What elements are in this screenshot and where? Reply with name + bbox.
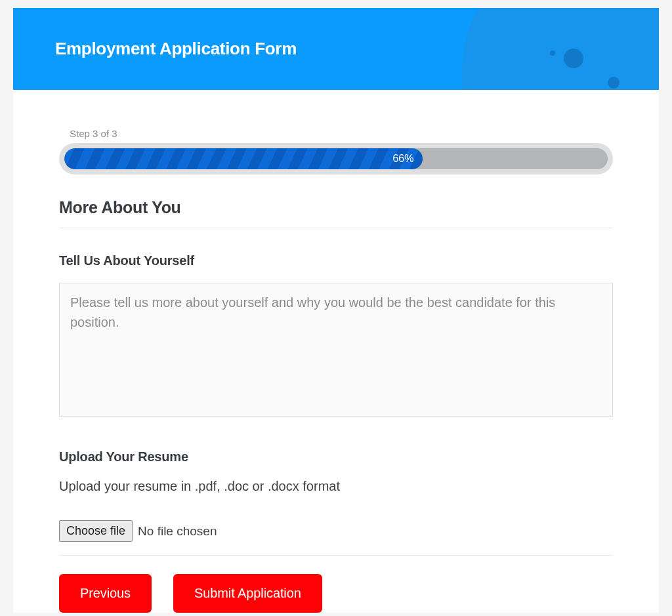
progress-fill: 66% <box>64 148 423 169</box>
page-title: Employment Application Form <box>55 39 297 59</box>
progress-percent-label: 66% <box>392 153 413 165</box>
resume-label: Upload Your Resume <box>59 449 613 464</box>
file-chosen-status: No file chosen <box>138 524 217 539</box>
file-upload-row: Choose file No file chosen <box>59 520 613 556</box>
previous-button[interactable]: Previous <box>59 574 152 613</box>
progress-bar: 66% <box>59 143 613 175</box>
progress-track: 66% <box>64 148 608 169</box>
section-title: More About You <box>59 198 613 228</box>
decorative-dot <box>608 77 620 89</box>
resume-help-text: Upload your resume in .pdf, .doc or .doc… <box>59 479 613 494</box>
step-indicator: Step 3 of 3 <box>70 128 613 139</box>
about-yourself-textarea[interactable] <box>59 283 613 417</box>
about-label: Tell Us About Yourself <box>59 253 613 268</box>
decorative-dot <box>564 49 583 68</box>
submit-application-button[interactable]: Submit Application <box>173 574 322 613</box>
form-actions: Previous Submit Application <box>59 574 613 613</box>
decorative-dot <box>550 51 555 56</box>
choose-file-button[interactable]: Choose file <box>59 520 133 542</box>
form-header: Employment Application Form <box>13 8 659 90</box>
decorative-circle <box>462 8 659 90</box>
